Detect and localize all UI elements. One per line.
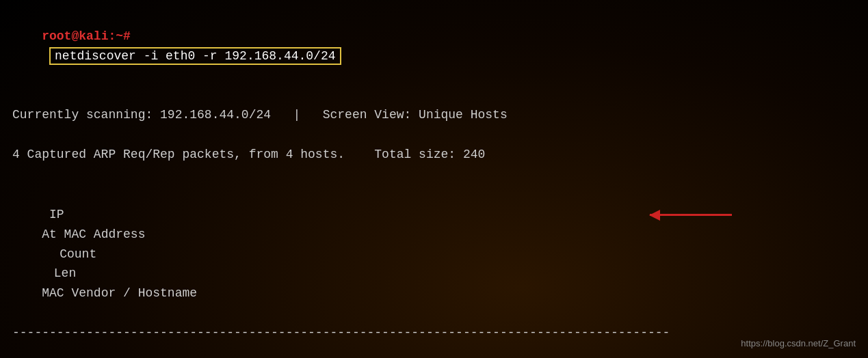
- table-header: IP At MAC Address Count Len MAC Vendor /…: [12, 185, 856, 323]
- prompt-label: root@kali:~#: [42, 29, 131, 43]
- col-header-len: Len: [42, 264, 90, 284]
- command-text: netdiscover -i eth0 -r 192.168.44.0/24: [49, 47, 341, 65]
- blank-line-2: [12, 125, 856, 145]
- command-box-wrapper: netdiscover -i eth0 -r 192.168.44.0/24: [42, 47, 341, 65]
- table-row: 192.168.44.2 00:50:56:f0:4c:a4 1 60 VMwa…: [12, 344, 856, 358]
- col-header-vendor: MAC Vendor / Hostname: [42, 284, 197, 303]
- col-header-count: Count: [42, 245, 110, 264]
- table-rows-container: 192.168.44.2 00:50:56:f0:4c:a4 1 60 VMwa…: [12, 344, 856, 358]
- command-line: root@kali:~# netdiscover -i eth0 -r 192.…: [12, 7, 856, 85]
- col-header-ip: IP: [42, 205, 179, 225]
- table-divider: ----------------------------------------…: [12, 323, 856, 343]
- scanning-status: Currently scanning: 192.168.44.0/24 | Sc…: [12, 105, 856, 125]
- col-header-mac: At MAC Address: [42, 225, 206, 245]
- terminal-window: root@kali:~# netdiscover -i eth0 -r 192.…: [0, 0, 868, 358]
- captured-info: 4 Captured ARP Req/Rep packets, from 4 h…: [12, 145, 856, 165]
- blank-line-3: [12, 164, 856, 184]
- blank-line-1: [12, 85, 856, 105]
